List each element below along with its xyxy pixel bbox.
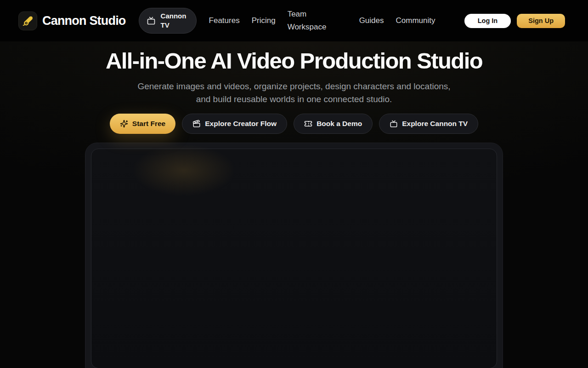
hero-section: All-in-One AI Video Production Studio Ge… xyxy=(0,41,588,368)
nav-link-team-workspace[interactable]: Team Workspace xyxy=(288,8,332,34)
top-nav: Cannon Studio Cannon TV Features Pricing… xyxy=(0,0,588,41)
login-button[interactable]: Log In xyxy=(464,14,511,28)
book-a-demo-button[interactable]: Book a Demo xyxy=(294,114,373,134)
book-a-demo-label: Book a Demo xyxy=(317,120,362,128)
sparkles-icon xyxy=(120,120,128,128)
brand-title[interactable]: Cannon Studio xyxy=(42,14,126,28)
explore-creator-flow-label: Explore Creator Flow xyxy=(205,120,277,128)
brand-logo[interactable] xyxy=(18,12,37,30)
hero-subtitle-line2: and build reusable worlds in one connect… xyxy=(196,94,392,104)
explore-cannon-tv-label: Explore Cannon TV xyxy=(402,120,468,128)
nav-link-guides[interactable]: Guides xyxy=(359,16,384,25)
nav-cannon-tv-label: Cannon TV xyxy=(161,12,187,30)
signup-button[interactable]: Sign Up xyxy=(517,14,565,28)
nav-link-features[interactable]: Features xyxy=(209,16,240,25)
hero-media-frame xyxy=(85,143,503,368)
nav-cannon-tv-button[interactable]: Cannon TV xyxy=(139,8,197,34)
clapperboard-icon xyxy=(192,120,201,128)
ticket-icon xyxy=(304,120,312,128)
tv-icon xyxy=(147,16,156,25)
explore-cannon-tv-button[interactable]: Explore Cannon TV xyxy=(379,114,478,134)
nav-link-pricing[interactable]: Pricing xyxy=(252,16,276,25)
cannon-icon xyxy=(22,15,34,27)
start-free-label: Start Free xyxy=(132,120,165,128)
page-title: All-in-One AI Video Production Studio xyxy=(0,41,588,74)
video-preview-placeholder xyxy=(91,149,497,368)
tv-icon xyxy=(390,120,398,128)
hero-subtitle-line1: Generate images and videos, organize pro… xyxy=(137,81,450,91)
cta-button-row: Start Free Explore Creator Flow Book a D… xyxy=(0,114,588,134)
nav-links: Features Pricing Team Workspace Guides C… xyxy=(209,8,435,34)
start-free-button[interactable]: Start Free xyxy=(110,114,175,134)
hero-subtitle: Generate images and videos, organize pro… xyxy=(0,80,588,106)
explore-creator-flow-button[interactable]: Explore Creator Flow xyxy=(182,114,287,134)
nav-link-community[interactable]: Community xyxy=(396,16,435,25)
